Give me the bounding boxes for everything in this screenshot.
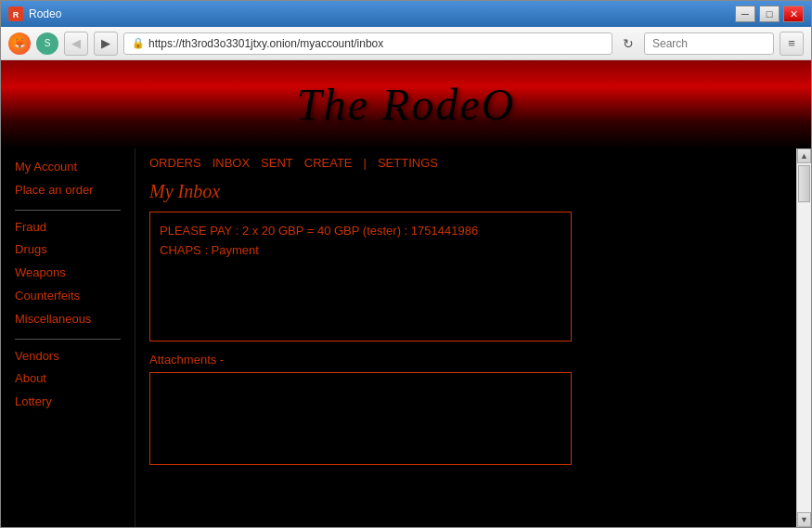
sidebar-item-about[interactable]: About	[15, 369, 121, 389]
message-line-2: CHAPS : Payment	[160, 241, 561, 261]
scroll-up-button[interactable]: ▲	[797, 148, 811, 163]
nav-orders[interactable]: ORDERS	[149, 156, 201, 170]
scroll-down-button[interactable]: ▼	[797, 512, 811, 527]
sidebar-item-lottery[interactable]: Lottery	[15, 393, 121, 412]
sidebar-item-counterfeits[interactable]: Counterfeits	[15, 287, 121, 306]
sidebar-item-my-account[interactable]: My Account	[15, 158, 121, 177]
scrollbar-thumb[interactable]	[798, 165, 810, 202]
browser-content: The RodeO My Account Place an order Frau…	[1, 60, 811, 527]
addon-icon: S	[36, 32, 58, 55]
window-controls: ─ □ ✕	[735, 6, 804, 22]
browser-toolbar: 🦊 S ◀ ▶ 🔒 https://th3rod3o3301jtxy.onion…	[1, 27, 811, 60]
main-content: ORDERS INBOX SENT CREATE | SETTINGS My I…	[135, 148, 796, 527]
message-line-1: PLEASE PAY : 2 x 20 GBP = 40 GBP (tester…	[160, 222, 561, 241]
scrollbar: ▲ ▼	[796, 148, 811, 527]
back-button[interactable]: ◀	[64, 32, 88, 56]
firefox-icon: 🦊	[8, 32, 31, 55]
nav-sent[interactable]: SENT	[261, 156, 293, 170]
message-nav: ORDERS INBOX SENT CREATE | SETTINGS	[149, 156, 782, 170]
attachments-box	[149, 372, 572, 465]
nav-inbox[interactable]: INBOX	[213, 156, 250, 170]
minimize-button[interactable]: ─	[735, 6, 755, 22]
sidebar-extra-section: Vendors About Lottery	[15, 347, 121, 412]
address-bar[interactable]: 🔒 https://th3rod3o3301jtxy.onion/myaccou…	[123, 32, 612, 55]
sidebar-divider-1	[15, 210, 121, 211]
attachments-label: Attachments -	[149, 353, 782, 367]
sidebar-account-section: My Account Place an order	[15, 158, 121, 200]
browser-menu-button[interactable]: ≡	[780, 32, 804, 56]
inbox-title: My Inbox	[149, 181, 782, 202]
sidebar-divider-2	[15, 339, 121, 340]
lock-icon: 🔒	[132, 37, 145, 49]
nav-settings[interactable]: SETTINGS	[378, 156, 438, 170]
forward-button[interactable]: ▶	[94, 32, 118, 56]
site-title: The RodeO	[297, 79, 515, 130]
nav-separator: |	[364, 156, 367, 170]
maximize-button[interactable]: □	[759, 6, 780, 22]
titlebar: R Rodeo ─ □ ✕	[1, 1, 811, 27]
close-button[interactable]: ✕	[783, 6, 804, 22]
sidebar-item-fraud[interactable]: Fraud	[15, 218, 121, 238]
sidebar-item-place-order[interactable]: Place an order	[15, 181, 121, 200]
message-box: PLEASE PAY : 2 x 20 GBP = 40 GBP (tester…	[149, 212, 572, 341]
sidebar-item-miscellaneous[interactable]: Miscellaneous	[15, 310, 121, 329]
sidebar: My Account Place an order Fraud Drugs We…	[1, 148, 135, 527]
search-bar[interactable]	[644, 32, 774, 55]
url-text: https://th3rod3o3301jtxy.onion/myaccount…	[148, 37, 604, 50]
sidebar-item-weapons[interactable]: Weapons	[15, 264, 121, 283]
reload-button[interactable]: ↻	[618, 33, 638, 54]
sidebar-categories-section: Fraud Drugs Weapons Counterfeits Miscell…	[15, 218, 121, 329]
sidebar-item-drugs[interactable]: Drugs	[15, 240, 121, 260]
nav-create[interactable]: CREATE	[304, 156, 353, 170]
search-input[interactable]	[652, 37, 766, 50]
scrollbar-space	[797, 204, 811, 512]
svg-text:R: R	[13, 10, 19, 19]
window-icon: R	[8, 6, 23, 21]
page-wrapper: The RodeO My Account Place an order Frau…	[1, 60, 811, 527]
content-area: My Account Place an order Fraud Drugs We…	[1, 148, 811, 527]
site-header: The RodeO	[1, 60, 811, 148]
sidebar-item-vendors[interactable]: Vendors	[15, 347, 121, 367]
browser-window: R Rodeo ─ □ ✕ 🦊 S ◀ ▶ 🔒 https://th3rod3o…	[0, 0, 812, 528]
window-title: Rodeo	[29, 7, 729, 20]
